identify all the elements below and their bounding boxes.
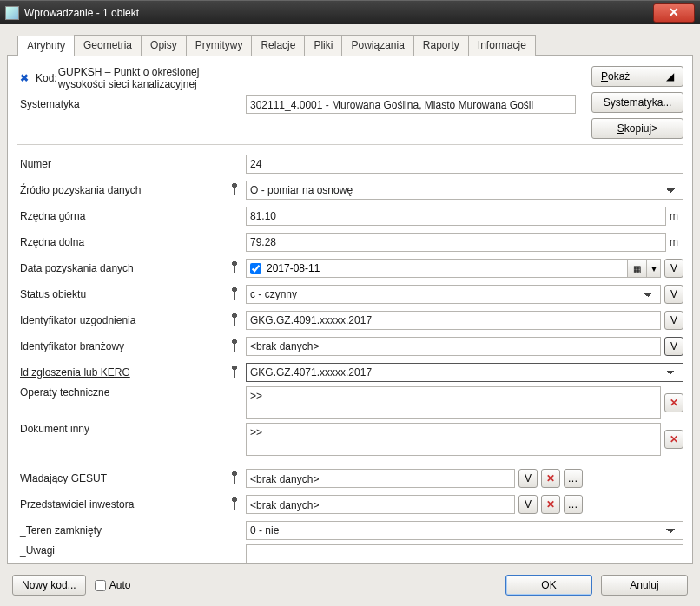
przed-more-button[interactable]: … <box>564 495 583 514</box>
id-zgl-label: Id zgłoszenia lub KERG <box>17 366 223 379</box>
wlad-v-button[interactable]: V <box>518 469 538 488</box>
rzedna-dolna-label: Rzędna dolna <box>17 236 223 248</box>
tab-raporty[interactable]: Raporty <box>413 35 469 56</box>
flag-icon <box>230 183 239 195</box>
titlebar: Wprowadzanie - 1 obiekt ✕ <box>0 0 700 24</box>
divider <box>17 144 683 145</box>
clear-icon[interactable]: ✖ <box>20 72 29 84</box>
auto-checkbox[interactable] <box>95 580 106 591</box>
dok-inny-label: Dokument inny <box>17 423 223 435</box>
id-uzg-v-button[interactable]: V <box>664 311 683 330</box>
numer-input[interactable] <box>246 155 683 174</box>
flag-icon <box>230 471 239 484</box>
id-zgl-select[interactable]: GKG.GZ.4071.xxxxx.2017 <box>246 363 683 382</box>
id-branz-label: Identyfikator branżowy <box>17 340 223 352</box>
przed-delete-button[interactable]: ✕ <box>541 495 560 514</box>
status-label: Status obiektu <box>17 288 223 300</box>
window-title: Wprowadzanie - 1 obiekt <box>24 7 653 19</box>
systematyka-label: Systematyka <box>17 98 223 110</box>
przed-v-button[interactable]: V <box>518 495 538 514</box>
calendar-icon[interactable]: ▦ <box>627 260 646 277</box>
id-uzg-input[interactable] <box>246 311 661 330</box>
pokaz-button[interactable]: Pokaż◢ <box>591 66 683 87</box>
kod-row: ✖ Kod: GUPKSH – Punkt o określonej wysok… <box>17 66 223 90</box>
status-select[interactable]: c - czynny <box>246 285 661 304</box>
footer: Nowy kod... Auto OK Anuluj <box>7 564 693 599</box>
rzedna-gorna-unit: m <box>670 210 683 222</box>
tab-relacje[interactable]: Relacje <box>251 35 305 56</box>
rzedna-dolna-input[interactable] <box>246 233 666 252</box>
systematyka-value: 302111_4.0001 - Murowana Goślina, Miasto… <box>246 95 576 114</box>
kod-label: Kod: <box>36 72 58 84</box>
flag-icon <box>230 313 239 326</box>
zrodlo-label: Źródło pozyskania danych <box>17 184 223 196</box>
close-button[interactable]: ✕ <box>653 3 695 23</box>
kod-value: GUPKSH – Punkt o określonej wysokości si… <box>58 66 223 90</box>
przed-value[interactable]: <brak danych> <box>246 495 515 514</box>
data-poz-label: Data pozyskania danych <box>17 262 223 274</box>
data-poz-v-button[interactable]: V <box>664 259 683 278</box>
tab-atrybuty[interactable]: Atrybuty <box>17 36 75 56</box>
dok-inny-delete-button[interactable]: ✕ <box>664 430 683 449</box>
dok-inny-textarea[interactable]: >> <box>246 423 661 456</box>
flag-icon <box>230 366 239 378</box>
teren-select[interactable]: 0 - nie <box>246 521 683 540</box>
flag-icon <box>230 497 239 510</box>
rzedna-gorna-input[interactable] <box>246 207 666 226</box>
op-tech-textarea[interactable]: >> <box>246 386 661 419</box>
tab-geometria[interactable]: Geometria <box>74 35 142 56</box>
tab-pliki[interactable]: Pliki <box>304 35 342 56</box>
flag-icon <box>230 339 239 352</box>
uwagi-textarea[interactable] <box>246 544 683 564</box>
tabstrip: Atrybuty Geometria Opisy Prymitywy Relac… <box>17 35 693 56</box>
tab-powiazania[interactable]: Powiązania <box>341 35 413 56</box>
systematyka-button[interactable]: Systematyka... <box>591 92 683 113</box>
data-poz-value: 2017-08-11 <box>265 262 627 274</box>
rzedna-dolna-unit: m <box>670 236 683 248</box>
wlad-value[interactable]: <brak danych> <box>246 469 515 488</box>
tab-prymitywy[interactable]: Prymitywy <box>186 35 253 56</box>
id-uzg-label: Identyfikator uzgodnienia <box>17 314 223 326</box>
data-poz-field[interactable]: 2017-08-11 ▦ ▾ <box>246 259 661 278</box>
przed-label: Przedstawiciel inwestora <box>17 498 223 510</box>
wlad-label: Władający GESUT <box>17 472 223 484</box>
tab-informacje[interactable]: Informacje <box>468 35 536 56</box>
id-branz-input[interactable] <box>246 337 661 356</box>
app-icon <box>5 6 19 20</box>
numer-label: Numer <box>17 158 223 170</box>
tab-panel: ✖ Kod: GUPKSH – Punkt o określonej wysok… <box>7 55 693 564</box>
op-tech-label: Operaty techniczne <box>17 386 223 399</box>
data-poz-checkbox[interactable] <box>250 263 261 274</box>
id-branz-v-button[interactable]: V <box>664 337 683 356</box>
auto-label: Auto <box>109 579 131 591</box>
chevron-down-icon[interactable]: ▾ <box>646 260 660 277</box>
uwagi-label: _Uwagi <box>17 544 223 557</box>
tab-opisy[interactable]: Opisy <box>141 35 187 56</box>
status-v-button[interactable]: V <box>664 285 683 304</box>
rzedna-gorna-label: Rzędna górna <box>17 210 223 222</box>
teren-label: _Teren zamknięty <box>17 524 223 537</box>
wlad-delete-button[interactable]: ✕ <box>541 469 560 488</box>
op-tech-delete-button[interactable]: ✕ <box>664 393 683 412</box>
zrodlo-select[interactable]: O - pomiar na osnowę <box>246 181 683 200</box>
wlad-more-button[interactable]: … <box>564 469 583 488</box>
flag-icon <box>230 261 239 273</box>
flag-icon <box>230 287 239 300</box>
auto-checkbox-wrap[interactable]: Auto <box>95 579 131 591</box>
ok-button[interactable]: OK <box>505 575 592 596</box>
nowy-kod-button[interactable]: Nowy kod... <box>12 575 86 596</box>
skopiuj-button[interactable]: Skopiuj> <box>591 118 683 139</box>
side-buttons: Pokaż◢ Systematyka... Skopiuj> <box>591 66 683 139</box>
window-body: Atrybuty Geometria Opisy Prymitywy Relac… <box>0 24 700 606</box>
anuluj-button[interactable]: Anuluj <box>601 575 688 596</box>
